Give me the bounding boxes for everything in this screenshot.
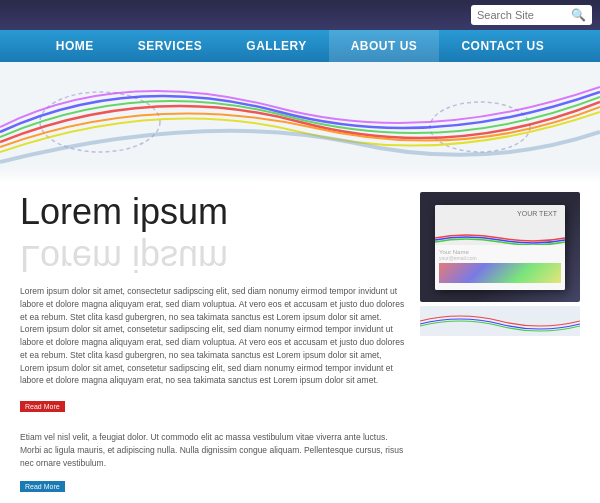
card-top: YOUR TEXT bbox=[435, 205, 565, 245]
nav-item-gallery[interactable]: GALLERY bbox=[224, 30, 328, 62]
search-icon[interactable]: 🔍 bbox=[571, 8, 586, 22]
header: 🔍 bbox=[0, 0, 600, 30]
paragraph-2: Etiam vel nisl velit, a feugiat dolor. U… bbox=[20, 431, 405, 469]
body-text: Lorem ipsum dolor sit amet, consectetur … bbox=[20, 285, 405, 387]
read-more-button-1[interactable]: Read More bbox=[20, 401, 65, 412]
nav-item-about[interactable]: ABOUT US bbox=[329, 30, 440, 62]
main-content: Lorem ipsum Lorem ipsum Lorem ipsum dolo… bbox=[0, 182, 600, 503]
hero-wave bbox=[0, 62, 600, 182]
svg-rect-3 bbox=[0, 162, 600, 182]
card-visual: YOUR TEXT Your Name your@email.com bbox=[420, 192, 580, 302]
hero-title-reflection: Lorem ipsum bbox=[20, 238, 405, 278]
search-input[interactable] bbox=[477, 9, 567, 21]
search-box[interactable]: 🔍 bbox=[471, 5, 592, 25]
card-bottom: Your Name your@email.com bbox=[435, 245, 565, 290]
hero-title: Lorem ipsum bbox=[20, 192, 405, 232]
nav-item-home[interactable]: HOME bbox=[34, 30, 116, 62]
left-content: Lorem ipsum Lorem ipsum Lorem ipsum dolo… bbox=[20, 192, 405, 503]
card-stripe bbox=[439, 263, 561, 283]
read-more-button-2[interactable]: Read More bbox=[20, 481, 65, 492]
right-card: YOUR TEXT Your Name your@email.com bbox=[420, 192, 580, 503]
card-inner: YOUR TEXT Your Name your@email.com bbox=[435, 205, 565, 290]
main-navigation: HOME SERVICES GALLERY ABOUT US CONTACT U… bbox=[0, 30, 600, 62]
nav-item-services[interactable]: SERVICES bbox=[116, 30, 224, 62]
nav-item-contact[interactable]: CONTACT US bbox=[439, 30, 566, 62]
card-text-label: YOUR TEXT bbox=[517, 210, 557, 217]
